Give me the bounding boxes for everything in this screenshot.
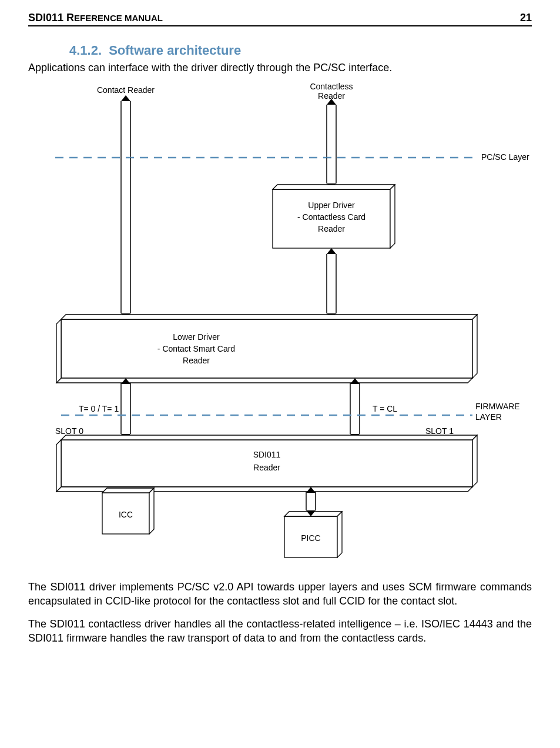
doc-title: SDI011 REFERENCE MANUAL xyxy=(28,12,163,24)
reader-line1: SDI011 xyxy=(253,450,281,459)
svg-marker-36 xyxy=(472,435,477,487)
section-number: 4.1.2. xyxy=(69,43,102,58)
slot1-label: SLOT 1 xyxy=(425,426,454,436)
svg-marker-24 xyxy=(56,378,472,383)
svg-marker-21 xyxy=(61,315,477,319)
paragraph-1: The SDI011 driver implements PC/SC v2.0 … xyxy=(28,580,532,609)
pcsc-layer-label: PC/SC Layer xyxy=(481,152,529,162)
lower-driver-line2: - Contact Smart Card xyxy=(157,344,235,353)
upper-driver-line2: - Contactless Card xyxy=(297,212,365,222)
lower-driver-box: Lower Driver - Contact Smart Card Reader xyxy=(56,315,477,383)
page-number: 21 xyxy=(520,12,532,24)
icc-label: ICC xyxy=(119,510,133,519)
lower-driver-line1: Lower Driver xyxy=(173,332,220,342)
reader-line2: Reader xyxy=(253,463,280,472)
svg-marker-38 xyxy=(56,440,61,492)
svg-marker-2 xyxy=(121,95,130,101)
svg-marker-18 xyxy=(327,248,336,254)
picc-box: PICC xyxy=(284,512,342,557)
svg-marker-40 xyxy=(102,488,154,493)
doc-title-prefix: SDI011 R xyxy=(28,12,74,24)
firmware-layer-label2: LAYER xyxy=(475,412,502,422)
doc-title-rest: EFERENCE MANUAL xyxy=(74,13,163,23)
icc-box: ICC xyxy=(102,488,154,534)
tcl-label: T = CL xyxy=(373,404,397,413)
firmware-layer-label1: FIRMWARE xyxy=(475,402,520,411)
t0-t1-label: T= 0 / T= 1 xyxy=(79,404,119,413)
svg-marker-41 xyxy=(149,488,154,534)
slot0-label: SLOT 0 xyxy=(55,426,83,436)
svg-marker-44 xyxy=(337,512,342,557)
svg-marker-35 xyxy=(61,435,477,440)
upper-driver-line1: Upper Driver xyxy=(308,201,355,210)
picc-label: PICC xyxy=(301,533,320,543)
software-architecture-diagram: Contact Reader Contactless Reader PC/SC … xyxy=(49,81,525,572)
paragraph-2: The SDI011 contactless driver handles al… xyxy=(28,617,532,646)
svg-marker-15 xyxy=(390,185,395,248)
svg-marker-14 xyxy=(273,185,395,189)
intro-text: Applications can interface with the driv… xyxy=(28,62,532,74)
upper-driver-line3: Reader xyxy=(318,224,345,233)
section-title: Software architecture xyxy=(109,43,241,58)
sdi011-reader-box: SDI011 Reader xyxy=(56,435,477,492)
svg-marker-22 xyxy=(472,315,477,378)
section-heading: 4.1.2. Software architecture xyxy=(69,43,532,58)
svg-rect-20 xyxy=(61,319,472,378)
svg-marker-25 xyxy=(56,319,61,383)
contactless-reader-label-line1: Contactless xyxy=(310,82,353,91)
page-header: SDI011 REFERENCE MANUAL 21 xyxy=(28,12,532,26)
upper-driver-box: Upper Driver - Contactless Card Reader xyxy=(273,185,395,248)
lower-driver-line3: Reader xyxy=(183,356,210,365)
contact-reader-label: Contact Reader xyxy=(97,85,155,95)
svg-marker-3 xyxy=(121,158,130,163)
